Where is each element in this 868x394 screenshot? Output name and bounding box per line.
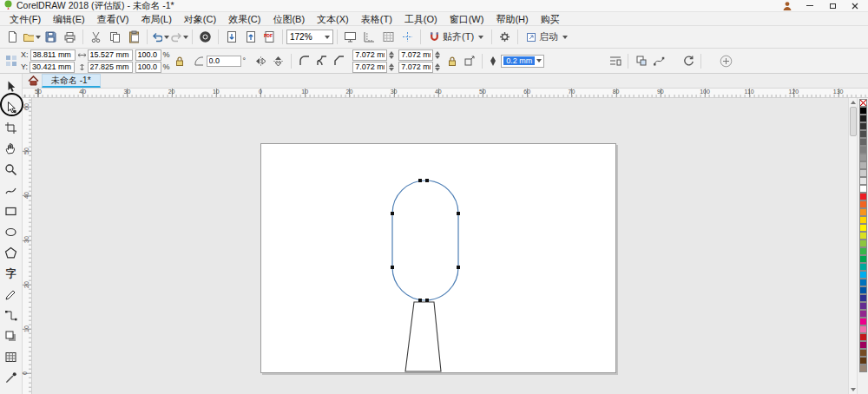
corner-radius-bl-input[interactable]	[352, 62, 387, 73]
color-swatch-18[interactable]	[859, 247, 867, 255]
color-swatch-26[interactable]	[859, 310, 867, 318]
restore-button[interactable]	[823, 0, 842, 11]
show-guidelines-button[interactable]	[398, 28, 417, 46]
corner-radius-tr-input[interactable]	[398, 49, 433, 61]
menu-item-12[interactable]: 购买	[535, 12, 566, 26]
corner-radius-tl-input[interactable]	[352, 49, 387, 61]
color-swatch-3[interactable]	[859, 130, 867, 138]
color-swatch-32[interactable]	[859, 357, 867, 364]
color-swatch-27[interactable]	[859, 318, 867, 325]
rectangle-tool[interactable]	[2, 200, 21, 221]
options-gear-button[interactable]	[496, 28, 514, 46]
color-swatch-15[interactable]	[859, 224, 867, 232]
color-swatch-2[interactable]	[859, 122, 867, 130]
corner-radius-tl-spinner[interactable]	[389, 51, 396, 59]
open-button[interactable]	[23, 28, 41, 46]
import-button[interactable]	[222, 28, 240, 46]
new-document-button[interactable]	[3, 28, 22, 46]
zoom-dropdown-arrow[interactable]	[325, 36, 330, 39]
mesh-fill-tool[interactable]	[2, 346, 21, 367]
shape-tool[interactable]	[2, 96, 21, 117]
scale-x-input[interactable]	[135, 49, 161, 61]
convert-to-curves-button[interactable]	[651, 54, 666, 69]
color-swatch-19[interactable]	[859, 255, 867, 263]
color-swatch-30[interactable]	[859, 341, 867, 349]
color-swatch-6[interactable]	[859, 154, 867, 161]
color-swatch-0[interactable]	[859, 107, 867, 115]
round-corner-button[interactable]	[297, 54, 312, 69]
color-swatch-20[interactable]	[859, 263, 867, 271]
document-tab[interactable]: 未命名 -1*	[42, 74, 101, 88]
color-swatch-22[interactable]	[859, 279, 867, 286]
color-swatch-1[interactable]	[859, 115, 867, 122]
relative-corner-scaling-button[interactable]	[462, 54, 477, 69]
freehand-tool[interactable]	[2, 180, 21, 200]
color-swatch-10[interactable]	[859, 185, 867, 193]
menu-item-10[interactable]: 窗口(W)	[444, 12, 490, 26]
corner-radius-br-spinner[interactable]	[435, 63, 442, 71]
scalloped-corner-button[interactable]	[314, 54, 329, 69]
color-swatch-25[interactable]	[859, 302, 867, 310]
wrap-text-button[interactable]	[608, 54, 622, 69]
menu-item-5[interactable]: 效果(C)	[222, 12, 266, 26]
color-swatch-31[interactable]	[859, 349, 867, 357]
corner-radius-br-input[interactable]	[398, 62, 433, 73]
outline-width-dropdown-arrow[interactable]	[536, 59, 542, 62]
cut-button[interactable]	[87, 28, 105, 46]
dimension-tool[interactable]	[2, 284, 21, 305]
undo-button[interactable]	[151, 28, 169, 46]
add-toolbar-item-button[interactable]	[719, 54, 733, 69]
snap-dropdown-arrow[interactable]	[478, 36, 483, 39]
corner-radius-bl-spinner[interactable]	[389, 63, 396, 71]
redo-button[interactable]	[170, 28, 188, 46]
menu-item-11[interactable]: 帮助(H)	[490, 12, 534, 26]
x-position-input[interactable]	[30, 49, 76, 61]
color-swatch-8[interactable]	[859, 169, 867, 177]
fullscreen-preview-button[interactable]	[341, 28, 359, 46]
connector-tool[interactable]	[2, 305, 21, 325]
color-swatch-14[interactable]	[859, 216, 867, 224]
handle-shape[interactable]	[405, 302, 441, 371]
menu-item-1[interactable]: 编辑(E)	[47, 12, 91, 26]
close-button[interactable]	[845, 0, 865, 11]
color-swatch-16[interactable]	[859, 232, 867, 240]
edit-corners-together-button[interactable]	[444, 54, 459, 69]
color-swatch-24[interactable]	[859, 294, 867, 302]
menu-item-3[interactable]: 布局(L)	[135, 12, 177, 26]
menu-item-9[interactable]: 工具(O)	[398, 12, 444, 26]
paste-button[interactable]	[125, 28, 143, 46]
lock-ratio-button[interactable]	[173, 54, 187, 69]
launch-dropdown-arrow[interactable]	[562, 36, 568, 39]
color-swatch-11[interactable]	[859, 193, 867, 200]
rotation-angle-input[interactable]	[207, 56, 241, 67]
vertical-ruler[interactable]: 6050403020100	[23, 98, 32, 394]
vertical-scrollbar[interactable]	[848, 98, 857, 394]
minimize-button[interactable]	[800, 0, 819, 11]
snap-dropdown[interactable]: 贴齐(T)	[424, 29, 488, 46]
export-button[interactable]	[241, 28, 260, 46]
zoom-level-combo[interactable]	[286, 30, 333, 44]
color-swatch-28[interactable]	[859, 325, 867, 333]
undo-dropdown-arrow[interactable]	[164, 36, 169, 39]
chamfered-corner-button[interactable]	[332, 54, 346, 69]
open-dropdown-arrow[interactable]	[36, 36, 41, 39]
crop-tool[interactable]	[2, 117, 21, 138]
outline-width-combo[interactable]: 0.2 mm	[501, 55, 544, 68]
drop-shadow-tool[interactable]	[2, 325, 21, 346]
canvas[interactable]	[32, 98, 848, 394]
capsule-shape[interactable]	[392, 181, 458, 300]
color-swatch-33[interactable]	[859, 364, 867, 372]
show-rulers-button[interactable]	[360, 28, 378, 46]
corner-radius-tr-spinner[interactable]	[435, 51, 442, 59]
ellipse-tool[interactable]	[2, 221, 21, 242]
scroll-down-button[interactable]	[849, 385, 858, 394]
menu-item-0[interactable]: 文件(F)	[3, 12, 47, 26]
mirror-vertical-button[interactable]	[271, 54, 286, 69]
menu-item-4[interactable]: 对象(C)	[178, 12, 222, 26]
mirror-horizontal-button[interactable]	[253, 54, 268, 69]
scale-y-input[interactable]	[135, 62, 161, 73]
show-grid-button[interactable]	[379, 28, 398, 46]
color-swatch-4[interactable]	[859, 138, 867, 146]
copy-button[interactable]	[106, 28, 124, 46]
publish-pdf-button[interactable]: PDF	[260, 28, 279, 46]
